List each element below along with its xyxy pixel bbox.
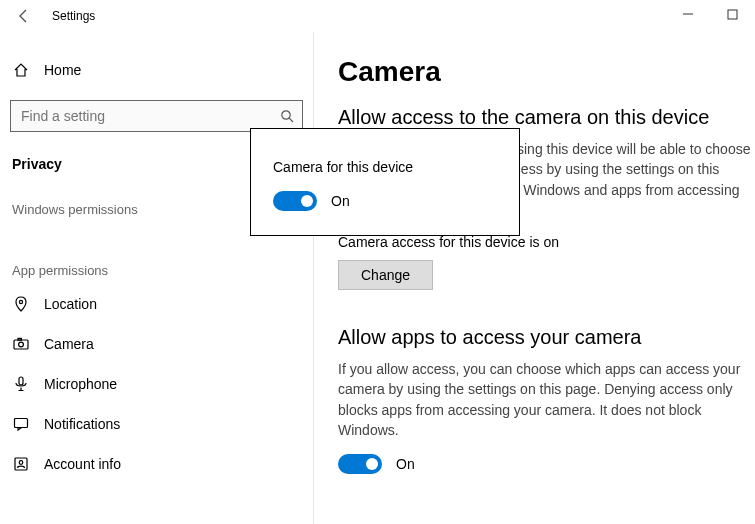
sidebar-item-home[interactable]: Home	[0, 50, 313, 90]
sidebar: Home Privacy Windows permissions App per…	[0, 32, 314, 524]
page-title: Camera	[338, 56, 755, 88]
search-icon	[272, 109, 302, 123]
camera-icon	[12, 335, 30, 353]
svg-rect-1	[728, 10, 737, 19]
microphone-icon	[12, 375, 30, 393]
home-icon	[12, 61, 30, 79]
svg-line-3	[289, 118, 293, 122]
window-title: Settings	[52, 9, 95, 23]
svg-rect-9	[15, 419, 28, 428]
maximize-button[interactable]	[710, 0, 755, 28]
sidebar-item-notifications[interactable]: Notifications	[0, 404, 313, 444]
sidebar-item-label: Location	[44, 296, 97, 312]
sidebar-item-microphone[interactable]: Microphone	[0, 364, 313, 404]
svg-point-6	[19, 342, 24, 347]
sidebar-item-label: Microphone	[44, 376, 117, 392]
change-popup: Camera for this device On	[250, 128, 520, 236]
svg-rect-5	[14, 340, 28, 349]
section-title-device-access: Allow access to the camera on this devic…	[338, 106, 755, 129]
section-title-apps-access: Allow apps to access your camera	[338, 326, 755, 349]
location-icon	[12, 295, 30, 313]
sidebar-item-label: Home	[44, 62, 81, 78]
popup-title: Camera for this device	[273, 159, 497, 175]
apps-access-toggle[interactable]	[338, 454, 382, 474]
section-body-apps-access: If you allow access, you can choose whic…	[338, 359, 755, 440]
window-controls	[665, 0, 755, 28]
device-access-toggle-label: On	[331, 193, 350, 209]
search-input[interactable]	[11, 108, 272, 124]
sidebar-item-account-info[interactable]: Account info	[0, 444, 313, 484]
sidebar-item-label: Account info	[44, 456, 121, 472]
account-icon	[12, 455, 30, 473]
apps-access-toggle-label: On	[396, 456, 415, 472]
change-button[interactable]: Change	[338, 260, 433, 290]
back-button[interactable]	[8, 0, 40, 32]
device-access-toggle[interactable]	[273, 191, 317, 211]
minimize-button[interactable]	[665, 0, 710, 28]
titlebar: Settings	[0, 0, 755, 32]
device-access-status: Camera access for this device is on	[338, 234, 755, 250]
sidebar-item-label: Camera	[44, 336, 94, 352]
svg-rect-7	[18, 338, 21, 340]
svg-point-4	[19, 300, 22, 303]
sidebar-item-label: Notifications	[44, 416, 120, 432]
notifications-icon	[12, 415, 30, 433]
svg-rect-8	[19, 377, 23, 385]
sidebar-item-camera[interactable]: Camera	[0, 324, 313, 364]
main-content: Camera Allow access to the camera on thi…	[314, 32, 755, 524]
svg-point-2	[282, 111, 290, 119]
svg-point-11	[19, 461, 23, 465]
sidebar-item-location[interactable]: Location	[0, 284, 313, 324]
